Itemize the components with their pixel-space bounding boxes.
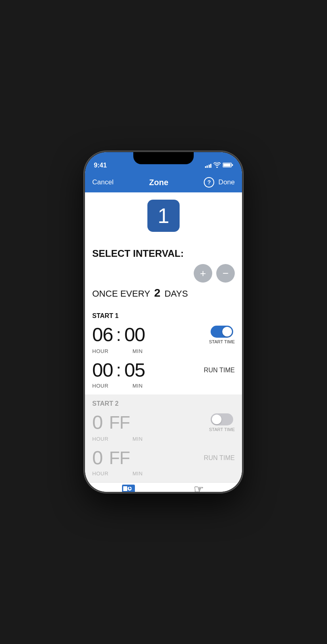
- start2-toggle[interactable]: [211, 413, 233, 425]
- start2-minute: FF: [109, 413, 130, 433]
- cancel-button[interactable]: Cancel: [92, 177, 114, 188]
- start1-time-row: 06 : 00 START TIME: [92, 324, 235, 346]
- start2-run-min-label: MIN: [132, 471, 143, 477]
- start2-label: START 2: [92, 400, 235, 407]
- interval-section: SELECT INTERVAL: + − ONCE EVERY 2 DAYS: [85, 242, 242, 307]
- start2-hour: 0: [92, 411, 103, 433]
- start1-run-colon: :: [116, 360, 121, 380]
- tab-schedule[interactable]: Schedule: [114, 483, 143, 492]
- start2-time-row: 0 FF START TIME: [92, 411, 235, 433]
- help-button[interactable]: ?: [204, 177, 214, 188]
- start1-units-row: HOUR MIN: [92, 348, 235, 354]
- interval-minus-button[interactable]: −: [216, 264, 235, 283]
- nav-title: Zone: [149, 178, 168, 187]
- start1-run-min-label: MIN: [132, 383, 143, 389]
- svg-rect-4: [123, 486, 127, 491]
- start2-run-hour: 0: [92, 447, 103, 469]
- signal-icon: [205, 164, 212, 168]
- interval-title: SELECT INTERVAL:: [92, 248, 235, 259]
- tab-bar: Schedule ☞ Manual Water: [85, 482, 242, 492]
- phone-frame: 9:41: [85, 152, 242, 492]
- start1-hour: 06: [92, 324, 113, 346]
- svg-rect-2: [232, 164, 233, 166]
- schedule-icon: [121, 483, 136, 492]
- start1-label: START 1: [92, 312, 235, 320]
- start1-time-display: 06 : 00: [92, 324, 209, 346]
- tab-manual-water[interactable]: ☞ Manual Water: [185, 483, 213, 492]
- interval-value-row: ONCE EVERY 2 DAYS: [92, 287, 235, 299]
- manual-water-icon: ☞: [194, 483, 204, 492]
- start1-toggle-label: START TIME: [209, 339, 235, 344]
- start1-run-hour-label: HOUR: [92, 383, 132, 389]
- nav-bar: Cancel Zone ? Done: [85, 172, 242, 192]
- notch: [133, 152, 194, 164]
- start1-hour-label: HOUR: [92, 348, 132, 354]
- start1-run-display: 00 : 05: [92, 359, 204, 381]
- start2-run-display: 0 FF: [92, 447, 204, 469]
- zone-number: 1: [158, 204, 170, 228]
- start2-hour-label: HOUR: [92, 436, 132, 442]
- start2-toggle-knob: [212, 415, 221, 424]
- start2-section: START 2 0 FF START TIME: [85, 394, 242, 482]
- start1-run-hour: 00: [92, 359, 113, 381]
- minus-icon: −: [222, 268, 228, 279]
- start1-run-row: 00 : 05 RUN TIME: [92, 359, 235, 381]
- start2-toggle-area: START TIME: [209, 413, 235, 432]
- start1-min-label: MIN: [132, 348, 165, 354]
- interval-prefix: ONCE EVERY: [92, 289, 150, 299]
- start1-colon: :: [116, 325, 121, 345]
- start2-time-display: 0 FF: [92, 411, 209, 433]
- battery-icon: [223, 162, 233, 169]
- zone-number-box: 1: [147, 200, 180, 232]
- start1-run-units-row: HOUR MIN: [92, 383, 235, 389]
- start2-run-label: RUN TIME: [204, 454, 235, 462]
- start2-run-units-row: HOUR MIN: [92, 471, 235, 477]
- interval-plus-button[interactable]: +: [194, 264, 212, 283]
- interval-suffix: DAYS: [164, 289, 188, 299]
- main-content: 1 7DAYS INTERVALDAYS ODDDAYS EVENDAYS: [85, 192, 242, 492]
- start2-units-row: HOUR MIN: [92, 436, 235, 442]
- start2-run-minute: FF: [109, 448, 130, 468]
- done-button[interactable]: Done: [218, 177, 235, 188]
- interval-value: 2: [154, 287, 161, 299]
- nav-right: ? Done: [204, 177, 235, 188]
- start1-toggle-area: START TIME: [209, 326, 235, 344]
- start1-run-minute: 05: [124, 359, 145, 381]
- wifi-icon: [213, 162, 221, 169]
- status-icons: [205, 162, 234, 169]
- start2-min-label: MIN: [132, 436, 165, 442]
- start2-run-row: 0 FF RUN TIME: [92, 447, 235, 469]
- start2-run-hour-label: HOUR: [92, 471, 132, 477]
- start1-section: START 1 06 : 00 START TIME: [85, 307, 242, 394]
- phone-screen: 9:41: [85, 152, 242, 492]
- plus-icon: +: [200, 268, 206, 279]
- status-time: 9:41: [94, 162, 107, 169]
- start1-toggle-knob: [222, 327, 232, 336]
- start1-minute: 00: [124, 324, 145, 346]
- start1-run-label: RUN TIME: [204, 367, 235, 374]
- start1-toggle[interactable]: [211, 326, 233, 338]
- start2-toggle-label: START TIME: [209, 427, 235, 432]
- zone-number-section: 1: [85, 192, 242, 237]
- svg-rect-1: [224, 164, 231, 167]
- interval-controls: + −: [92, 264, 235, 283]
